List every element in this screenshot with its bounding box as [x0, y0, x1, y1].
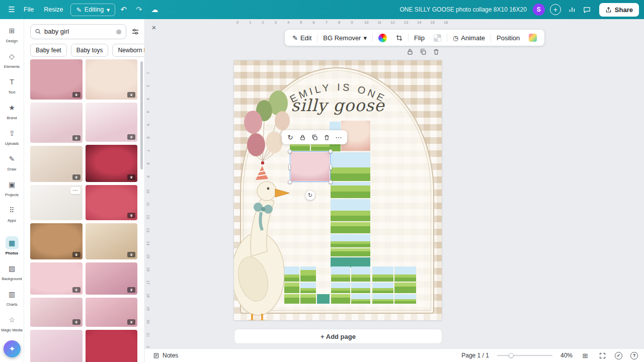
photo-frame-placeholder[interactable]: [372, 294, 393, 304]
photo-frame-placeholder[interactable]: [331, 294, 350, 304]
sidebar-item-background[interactable]: ▨ Background: [0, 259, 24, 285]
photo-thumbnail[interactable]: ♛: [86, 59, 138, 100]
rotate-handle[interactable]: ↻: [305, 191, 315, 200]
photo-frame-placeholder[interactable]: [284, 294, 299, 304]
resize-handle[interactable]: [329, 180, 333, 184]
sidebar-item-apps[interactable]: ⠿ Apps: [0, 201, 24, 226]
photo-frame-placeholder[interactable]: [372, 266, 393, 282]
panel-scrollbar[interactable]: [140, 61, 143, 169]
photo-frame-placeholder[interactable]: [351, 283, 370, 293]
zoom-level[interactable]: 40%: [560, 352, 573, 359]
photo-frame-placeholder[interactable]: [394, 294, 416, 304]
chip-newborn-baby[interactable]: Newborn bab: [112, 44, 144, 57]
sidebar-item-elements[interactable]: ◇ Elements: [0, 47, 24, 72]
photo-frame-placeholder[interactable]: [331, 182, 370, 198]
duplicate-icon[interactable]: [309, 132, 320, 143]
bg-remover-button[interactable]: BG Remover ▾: [319, 32, 370, 44]
transparency-button[interactable]: [430, 32, 445, 44]
resize-handle[interactable]: [329, 149, 333, 153]
photo-frame-placeholder[interactable]: [351, 294, 370, 304]
chip-baby-toys[interactable]: Baby toys: [71, 44, 109, 57]
photo-frame-placeholder[interactable]: [331, 152, 370, 181]
photo-frame-placeholder[interactable]: [331, 199, 370, 221]
zoom-slider-knob[interactable]: [509, 353, 514, 358]
photo-frame-placeholder[interactable]: [284, 266, 299, 282]
sidebar-item-uploads[interactable]: ⇧ Uploads: [0, 124, 24, 149]
photo-frame-placeholder[interactable]: [331, 222, 370, 233]
sidebar-item-magic-media[interactable]: ☆ Magic Media: [0, 310, 24, 336]
design-page[interactable]: EMILY IS ONE silly goose: [234, 60, 442, 320]
search-filter-icon[interactable]: [130, 27, 140, 37]
avatar[interactable]: S: [533, 4, 545, 16]
photo-thumbnail[interactable]: ⋯: [30, 185, 83, 220]
photo-frame-placeholder[interactable]: [351, 266, 370, 282]
hamburger-menu-icon[interactable]: ☰: [5, 3, 18, 16]
edit-button[interactable]: ✎ Edit: [289, 32, 315, 44]
insights-icon[interactable]: [565, 3, 579, 16]
close-panel-icon[interactable]: ×: [149, 22, 159, 32]
resize-handle[interactable]: [288, 149, 292, 153]
duplicate-page-button[interactable]: [420, 48, 427, 55]
animate-button[interactable]: ◷ Animate: [449, 32, 489, 44]
photo-frame-placeholder[interactable]: [331, 234, 370, 247]
side-resize-handle[interactable]: [288, 164, 291, 170]
notes-button[interactable]: Notes: [153, 352, 178, 359]
fullscreen-icon[interactable]: [598, 351, 607, 360]
photo-thumbnail[interactable]: [86, 330, 138, 362]
sidebar-item-design[interactable]: ⊞ Design: [0, 21, 24, 47]
photo-thumbnail[interactable]: ♛: [30, 146, 83, 182]
photo-thumbnail[interactable]: ♛: [86, 145, 138, 182]
photo-frame-placeholder[interactable]: [331, 257, 370, 267]
more-options-icon[interactable]: ⋯: [333, 132, 344, 143]
flip-button[interactable]: Flip: [411, 32, 428, 44]
add-member-button[interactable]: +: [550, 4, 561, 15]
redo-button[interactable]: ↷: [132, 3, 146, 16]
undo-button[interactable]: ↶: [116, 3, 131, 16]
photo-frame-placeholder[interactable]: [331, 283, 350, 293]
share-button[interactable]: Share: [599, 3, 639, 17]
search-clear-icon[interactable]: ⊗: [116, 28, 122, 35]
photo-frame-placeholder[interactable]: [290, 143, 310, 151]
resize-menu[interactable]: Resize: [39, 3, 67, 16]
sidebar-item-photos[interactable]: ▦ Photos: [0, 233, 24, 259]
sidebar-item-draw[interactable]: ✎ Draw: [0, 149, 24, 175]
photo-thumbnail[interactable]: ♛: [86, 298, 138, 327]
lock-icon[interactable]: [297, 132, 308, 143]
document-title[interactable]: ONE SILLY GOOSE photo collage 8X10 16X20: [399, 6, 531, 13]
photo-thumbnail[interactable]: ♛: [86, 223, 138, 259]
photo-frame-placeholder[interactable]: [372, 283, 393, 293]
chip-baby-feet[interactable]: Baby feet: [30, 44, 67, 57]
script-title-text[interactable]: silly goose: [234, 96, 442, 115]
side-resize-handle[interactable]: [330, 164, 332, 170]
photo-thumbnail[interactable]: [30, 330, 83, 362]
photo-frame-placeholder[interactable]: [300, 294, 316, 304]
lock-page-button[interactable]: [407, 48, 414, 55]
rotate-icon[interactable]: ↻: [285, 132, 296, 143]
color-picker-button[interactable]: [375, 32, 390, 44]
thumbnail-more-icon[interactable]: ⋯: [70, 187, 80, 194]
photo-thumbnail[interactable]: ♛: [30, 103, 83, 143]
photo-frame-placeholder[interactable]: [284, 283, 299, 293]
grid-view-icon[interactable]: ⊞: [581, 351, 590, 360]
photo-thumbnail[interactable]: ♛: [30, 59, 83, 100]
editing-mode-dropdown[interactable]: ✎ Editing ▾: [70, 4, 115, 16]
photo-frame-placeholder[interactable]: [300, 283, 316, 293]
sidebar-item-brand[interactable]: ★ Brand: [0, 98, 24, 124]
crop-button[interactable]: [392, 33, 406, 43]
delete-page-button[interactable]: [433, 48, 440, 55]
photo-thumbnail[interactable]: ♛: [86, 103, 138, 142]
styles-button[interactable]: [525, 32, 540, 44]
search-input[interactable]: [44, 28, 113, 35]
search-box[interactable]: ⊗: [30, 24, 126, 39]
zoom-slider[interactable]: [497, 355, 552, 356]
add-page-button[interactable]: + Add page: [234, 329, 442, 343]
photo-frame-placeholder[interactable]: [300, 266, 316, 282]
photo-frame-placeholder[interactable]: [394, 266, 416, 282]
trash-icon[interactable]: [321, 132, 332, 143]
sidebar-item-charts[interactable]: ▥ Charts: [0, 285, 24, 310]
photo-frame-placeholder[interactable]: [311, 144, 330, 151]
photo-frame-placeholder[interactable]: [331, 266, 350, 282]
photo-frame-placeholder[interactable]: [331, 248, 370, 256]
file-menu[interactable]: File: [19, 3, 38, 16]
comments-icon[interactable]: [580, 3, 594, 16]
